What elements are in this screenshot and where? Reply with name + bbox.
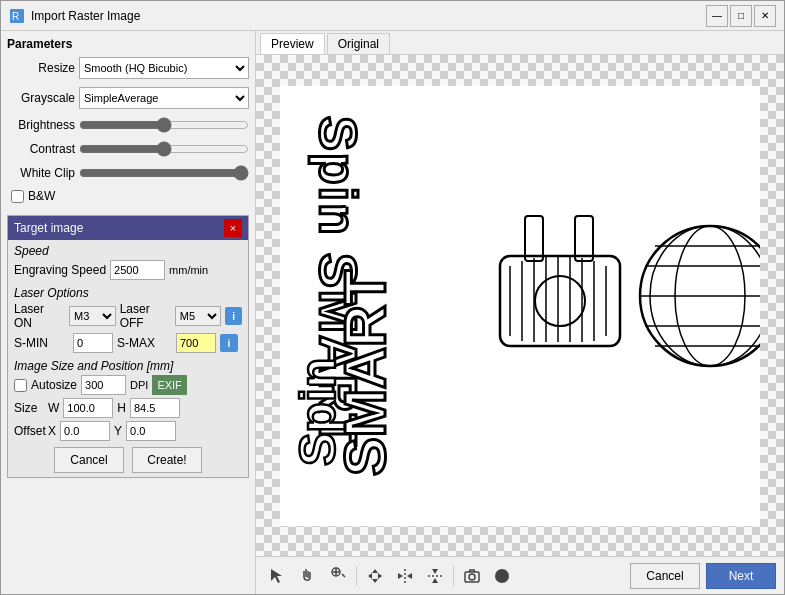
- engraving-speed-unit: mm/min: [169, 264, 208, 276]
- tab-original[interactable]: Original: [327, 33, 390, 54]
- w-label: W: [48, 401, 59, 415]
- main-window: R Import Raster Image — □ ✕ Parameters R…: [0, 0, 785, 595]
- bottom-toolbar: Cancel Next: [256, 556, 784, 594]
- contrast-slider[interactable]: [79, 141, 249, 157]
- target-section: Target image × Speed Engraving Speed mm/…: [7, 215, 249, 478]
- camera-icon[interactable]: [458, 562, 486, 590]
- separator-2: [453, 566, 454, 586]
- laser-info-button[interactable]: i: [225, 307, 242, 325]
- svg-text:SMART: SMART: [332, 269, 397, 475]
- engraving-speed-label: Engraving Speed: [14, 263, 106, 277]
- cancel-button[interactable]: Cancel: [54, 447, 124, 473]
- action-row: Cancel Create!: [14, 447, 242, 473]
- speed-section: Speed Engraving Speed mm/min: [14, 244, 242, 280]
- right-panel: Preview Original Spin SMART: [256, 31, 784, 594]
- grayscale-label: Grayscale: [7, 91, 75, 105]
- brightness-row: Brightness: [7, 117, 249, 133]
- svg-marker-32: [378, 573, 382, 579]
- move-icon[interactable]: [361, 562, 389, 590]
- hand-pan-icon[interactable]: [294, 562, 322, 590]
- tab-preview[interactable]: Preview: [260, 33, 325, 54]
- separator-1: [356, 566, 357, 586]
- engraving-speed-input[interactable]: [110, 260, 165, 280]
- close-button[interactable]: ✕: [754, 5, 776, 27]
- svg-marker-30: [372, 579, 378, 583]
- offset-row: Offset X Y: [14, 421, 242, 441]
- zoom-icon[interactable]: [324, 562, 352, 590]
- width-input[interactable]: [63, 398, 113, 418]
- height-input[interactable]: [130, 398, 180, 418]
- laser-on-label: Laser ON: [14, 302, 65, 330]
- h-label: H: [117, 401, 126, 415]
- resize-row: Resize Smooth (HQ Bicubic): [7, 57, 249, 79]
- image-size-section: Image Size and Position [mm] Autosize DP…: [14, 359, 242, 441]
- y-label: Y: [114, 424, 122, 438]
- svg-marker-37: [432, 569, 438, 574]
- bottom-cancel-button[interactable]: Cancel: [630, 563, 700, 589]
- left-panel: Parameters Resize Smooth (HQ Bicubic) Gr…: [1, 31, 256, 594]
- brightness-label: Brightness: [7, 118, 75, 132]
- dpi-unit: DPI: [130, 379, 148, 391]
- speed-label: Speed: [14, 244, 242, 258]
- svg-marker-31: [368, 573, 372, 579]
- svg-text:R: R: [12, 11, 19, 22]
- bottom-next-button[interactable]: Next: [706, 563, 776, 589]
- laser-on-select[interactable]: M3: [69, 306, 116, 326]
- smin-smax-row: S-MIN S-MAX i: [14, 333, 242, 353]
- smin-label: S-MIN: [14, 336, 69, 350]
- laser-off-select[interactable]: M5: [175, 306, 222, 326]
- smax-input[interactable]: [176, 333, 216, 353]
- preview-svg: Spin SMART Spin SMART: [280, 86, 760, 526]
- white-clip-slider-container: [79, 165, 249, 181]
- image-size-label: Image Size and Position [mm]: [14, 359, 242, 373]
- autosize-row: Autosize DPI EXIF: [14, 375, 242, 395]
- circle-fill-icon[interactable]: [488, 562, 516, 590]
- titlebar-controls: — □ ✕: [706, 5, 776, 27]
- resize-select[interactable]: Smooth (HQ Bicubic): [79, 57, 249, 79]
- bw-label: B&W: [28, 189, 55, 203]
- app-icon: R: [9, 8, 25, 24]
- dpi-input[interactable]: [81, 375, 126, 395]
- params-label: Parameters: [7, 37, 249, 51]
- mirror-h-icon[interactable]: [391, 562, 419, 590]
- svg-point-40: [469, 574, 475, 580]
- exif-button[interactable]: EXIF: [152, 375, 186, 395]
- autosize-label: Autosize: [31, 378, 77, 392]
- svg-point-41: [495, 569, 509, 583]
- bw-checkbox[interactable]: [11, 190, 24, 203]
- smin-input[interactable]: [73, 333, 113, 353]
- autosize-checkbox[interactable]: [14, 379, 27, 392]
- white-clip-slider[interactable]: [79, 165, 249, 181]
- target-title: Target image: [14, 221, 83, 235]
- brightness-slider[interactable]: [79, 117, 249, 133]
- x-input[interactable]: [60, 421, 110, 441]
- contrast-label: Contrast: [7, 142, 75, 156]
- size-row: Size W H: [14, 398, 242, 418]
- smax-info-button[interactable]: i: [220, 334, 238, 352]
- target-close-button[interactable]: ×: [224, 219, 242, 237]
- size-label: Size: [14, 401, 44, 415]
- arrow-tool-icon[interactable]: [264, 562, 292, 590]
- x-label: X: [48, 424, 56, 438]
- bw-row: B&W: [11, 189, 249, 203]
- preview-image: Spin SMART Spin SMART: [280, 86, 760, 526]
- svg-marker-35: [407, 573, 412, 579]
- maximize-button[interactable]: □: [730, 5, 752, 27]
- white-clip-label: White Clip: [7, 166, 75, 180]
- preview-tabs: Preview Original: [256, 31, 784, 55]
- preview-area: Spin SMART Spin SMART: [256, 55, 784, 556]
- main-content: Parameters Resize Smooth (HQ Bicubic) Gr…: [1, 31, 784, 594]
- contrast-slider-container: [79, 141, 249, 157]
- contrast-row: Contrast: [7, 141, 249, 157]
- minimize-button[interactable]: —: [706, 5, 728, 27]
- smax-label: S-MAX: [117, 336, 172, 350]
- mirror-v-icon[interactable]: [421, 562, 449, 590]
- laser-off-label: Laser OFF: [120, 302, 171, 330]
- toolbar-right: Cancel Next: [630, 563, 776, 589]
- y-input[interactable]: [126, 421, 176, 441]
- create-button[interactable]: Create!: [132, 447, 202, 473]
- grayscale-row: Grayscale SimpleAverage: [7, 87, 249, 109]
- laser-on-row: Laser ON M3 Laser OFF M5 i: [14, 302, 242, 330]
- grayscale-select[interactable]: SimpleAverage: [79, 87, 249, 109]
- brightness-slider-container: [79, 117, 249, 133]
